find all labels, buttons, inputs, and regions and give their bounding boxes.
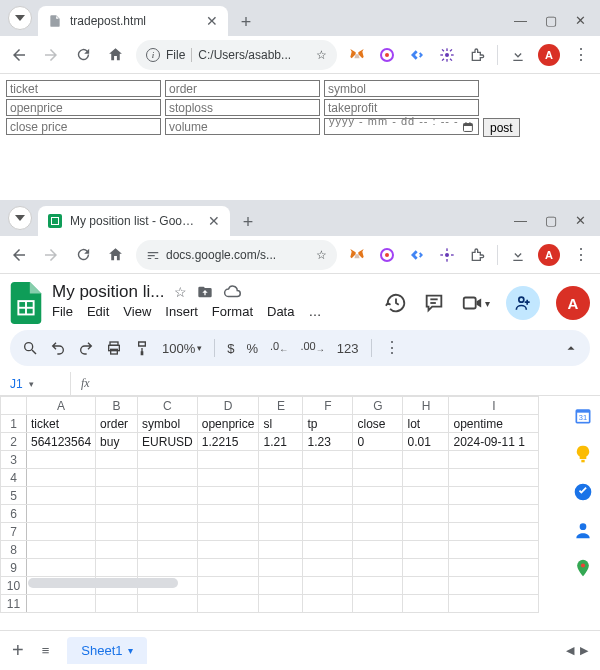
cell[interactable]: openprice [197, 415, 259, 433]
extension-metamask-icon-2[interactable] [347, 245, 367, 265]
cell[interactable]: 2024-09-11 1 [449, 433, 539, 451]
col-header[interactable]: D [197, 397, 259, 415]
tb-search-icon[interactable] [22, 340, 38, 356]
menu-view[interactable]: View [123, 304, 151, 319]
cell[interactable]: 1.23 [303, 433, 353, 451]
post-button[interactable]: post [483, 118, 520, 137]
bookmark-star-icon[interactable]: ☆ [316, 48, 327, 62]
row-header[interactable]: 5 [1, 487, 27, 505]
nav-reload-button[interactable] [72, 44, 94, 66]
all-sheets-button[interactable]: ≡ [42, 643, 50, 658]
side-keep-icon[interactable] [573, 444, 593, 464]
cell[interactable]: EURUSD [138, 433, 198, 451]
horizontal-scrollbar[interactable] [28, 578, 178, 588]
name-box[interactable]: J1▾ [0, 377, 70, 391]
cell[interactable]: 0.01 [403, 433, 449, 451]
side-maps-icon[interactable] [573, 558, 593, 578]
add-sheet-button[interactable]: + [12, 639, 24, 662]
cell[interactable]: lot [403, 415, 449, 433]
window-close-icon[interactable]: ✕ [575, 13, 586, 28]
row-header[interactable]: 1 [1, 415, 27, 433]
tab-search-button-2[interactable] [8, 206, 32, 230]
cell[interactable]: 1.2215 [197, 433, 259, 451]
doc-title[interactable]: My position li... [52, 282, 164, 302]
extensions-puzzle-icon[interactable] [467, 45, 487, 65]
extension-blue-icon-2[interactable] [407, 245, 427, 265]
cell[interactable]: tp [303, 415, 353, 433]
col-header[interactable]: I [449, 397, 539, 415]
cell[interactable]: ticket [27, 415, 96, 433]
address-bar-2[interactable]: docs.google.com/s... ☆ [136, 240, 337, 270]
doc-move-icon[interactable] [197, 284, 213, 300]
cell[interactable]: buy [96, 433, 138, 451]
menu-edit[interactable]: Edit [87, 304, 109, 319]
comments-icon[interactable] [423, 292, 445, 314]
row-header[interactable]: 7 [1, 523, 27, 541]
downloads-icon-2[interactable] [508, 245, 528, 265]
nav-home-button-2[interactable] [104, 244, 126, 266]
nav-reload-button-2[interactable] [72, 244, 94, 266]
row-header[interactable]: 2 [1, 433, 27, 451]
tb-dec-increase[interactable]: .00→ [300, 340, 324, 355]
cell[interactable]: symbol [138, 415, 198, 433]
cell[interactable]: 0 [353, 433, 403, 451]
extension-purple-icon[interactable] [377, 45, 397, 65]
row-header[interactable]: 4 [1, 469, 27, 487]
cell[interactable]: close [353, 415, 403, 433]
side-contacts-icon[interactable] [573, 520, 593, 540]
menu-format[interactable]: Format [212, 304, 253, 319]
select-all-cell[interactable] [1, 397, 27, 415]
col-header[interactable]: G [353, 397, 403, 415]
meet-button[interactable]: ▾ [461, 292, 490, 314]
address-bar[interactable]: i File C:/Users/asabb... ☆ [136, 40, 337, 70]
cell[interactable]: 1.21 [259, 433, 303, 451]
window-maximize-icon[interactable]: ▢ [545, 13, 557, 28]
menu-file[interactable]: File [52, 304, 73, 319]
nav-home-button[interactable] [104, 44, 126, 66]
row-header[interactable]: 9 [1, 559, 27, 577]
tab-close-icon[interactable]: ✕ [206, 13, 218, 29]
browser-tab-2[interactable]: My position list - Google Sheet ✕ [38, 206, 230, 236]
nav-back-button[interactable] [8, 44, 30, 66]
menu-more[interactable]: … [308, 304, 321, 319]
extension-gear-icon[interactable] [437, 45, 457, 65]
doc-cloud-icon[interactable] [223, 283, 241, 301]
side-tasks-icon[interactable] [573, 482, 593, 502]
symbol-input[interactable] [324, 80, 479, 97]
account-avatar[interactable]: A [556, 286, 590, 320]
order-input[interactable] [165, 80, 320, 97]
extension-purple-icon-2[interactable] [377, 245, 397, 265]
tb-print-icon[interactable] [106, 340, 122, 356]
secure-tune-icon[interactable] [146, 248, 160, 262]
cell[interactable]: opentime [449, 415, 539, 433]
row-header[interactable]: 3 [1, 451, 27, 469]
cell[interactable]: sl [259, 415, 303, 433]
row-header[interactable]: 8 [1, 541, 27, 559]
menu-data[interactable]: Data [267, 304, 294, 319]
sheet-nav[interactable]: ◀▶ [566, 644, 588, 657]
tb-percent[interactable]: % [246, 341, 258, 356]
col-header[interactable]: F [303, 397, 353, 415]
col-header[interactable]: A [27, 397, 96, 415]
col-header[interactable]: B [96, 397, 138, 415]
nav-forward-button-2[interactable] [40, 244, 62, 266]
window-close-icon-2[interactable]: ✕ [575, 213, 586, 228]
doc-star-icon[interactable]: ☆ [174, 284, 187, 300]
nav-back-button-2[interactable] [8, 244, 30, 266]
history-icon[interactable] [385, 292, 407, 314]
extension-blue-icon[interactable] [407, 45, 427, 65]
tb-redo-icon[interactable] [78, 340, 94, 356]
side-calendar-icon[interactable]: 31 [573, 406, 593, 426]
window-minimize-icon[interactable]: — [514, 13, 527, 28]
tb-123[interactable]: 123 [337, 341, 359, 356]
bookmark-star-icon-2[interactable]: ☆ [316, 248, 327, 262]
browser-tab[interactable]: tradepost.html ✕ [38, 6, 228, 36]
new-tab-button[interactable]: + [232, 8, 260, 36]
profile-avatar[interactable]: A [538, 44, 560, 66]
extensions-puzzle-icon-2[interactable] [467, 245, 487, 265]
extension-gear-icon-2[interactable] [437, 245, 457, 265]
nav-forward-button[interactable] [40, 44, 62, 66]
sheets-logo-icon[interactable] [10, 282, 42, 324]
openprice-input[interactable] [6, 99, 161, 116]
menu-insert[interactable]: Insert [165, 304, 198, 319]
